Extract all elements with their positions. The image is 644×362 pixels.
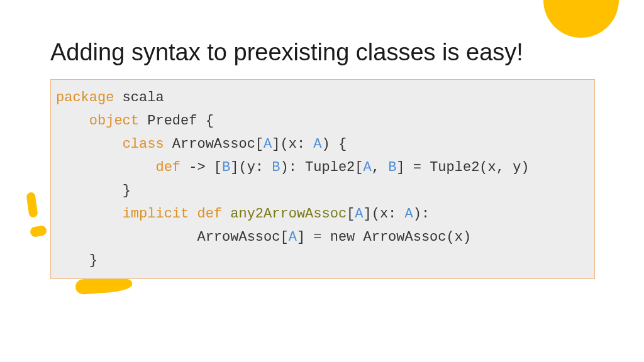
decorative-brush-stroke bbox=[30, 225, 47, 238]
return-type: ArrowAssoc[ bbox=[197, 229, 288, 245]
function-name: any2ArrowAssoc bbox=[230, 206, 347, 222]
keyword-implicit: implicit bbox=[123, 206, 189, 222]
brace-close: } bbox=[123, 183, 131, 199]
decorative-circle bbox=[543, 0, 619, 38]
package-name: scala bbox=[114, 90, 164, 106]
type-param: A bbox=[364, 160, 372, 175]
slide-title: Adding syntax to preexisting classes is … bbox=[50, 39, 523, 66]
type-param: A bbox=[264, 136, 272, 152]
class-name: ArrowAssoc[ bbox=[164, 136, 264, 152]
keyword-object: object bbox=[89, 113, 139, 129]
type-param: A bbox=[289, 229, 297, 245]
object-name: Predef { bbox=[139, 113, 214, 129]
brace-close: } bbox=[89, 253, 97, 268]
keyword-package: package bbox=[56, 90, 114, 106]
type-param: A bbox=[313, 136, 321, 152]
decorative-brush-stroke bbox=[26, 192, 38, 218]
method-arrow: -> [ bbox=[180, 160, 222, 175]
keyword-def: def bbox=[155, 160, 180, 175]
type-param: A bbox=[355, 206, 363, 222]
keyword-def: def bbox=[197, 206, 222, 222]
code-block: package scala object Predef { class Arro… bbox=[50, 79, 595, 279]
type-param: A bbox=[405, 206, 413, 222]
type-param: B bbox=[222, 160, 230, 175]
keyword-class: class bbox=[123, 136, 164, 152]
type-param: B bbox=[388, 160, 396, 175]
type-param: B bbox=[272, 160, 280, 175]
